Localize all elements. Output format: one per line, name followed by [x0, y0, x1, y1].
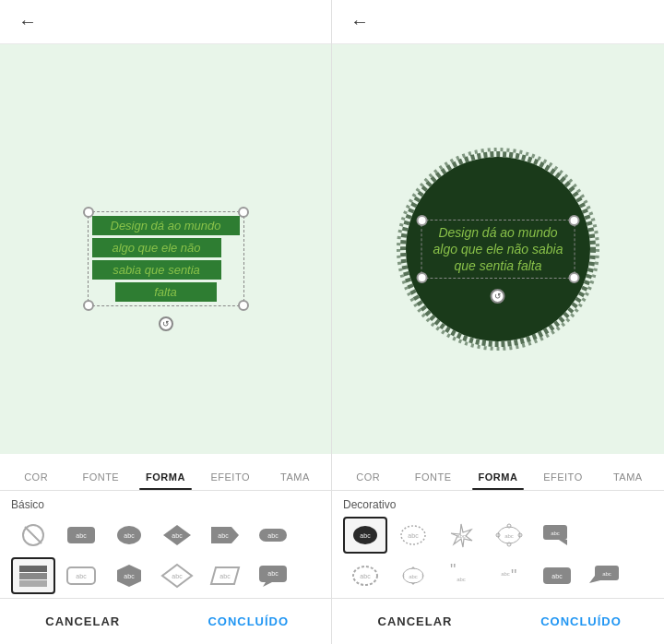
svg-text:abc: abc — [218, 532, 229, 539]
left-cancel-button[interactable]: CANCELAR — [0, 602, 166, 641]
right-handle-bl[interactable] — [417, 272, 428, 283]
right-tab-cor[interactable]: COR — [336, 471, 400, 490]
dec-shape-rounded-dark[interactable]: abc — [535, 557, 579, 594]
svg-text:abc: abc — [409, 574, 418, 579]
handle-bl[interactable] — [83, 300, 94, 311]
dec-shapes-row-1: abc abc abc — [343, 517, 653, 554]
svg-rect-12 — [19, 566, 47, 572]
right-shapes-grid: abc abc abc — [343, 517, 653, 594]
dec-circle-solid-icon: abc — [349, 522, 382, 548]
left-text-element[interactable]: Design dá ao mundo algo que ele não sabi… — [88, 211, 244, 306]
shape-rounded-rect[interactable]: abc — [59, 517, 103, 554]
diamond-icon: abc — [160, 522, 194, 548]
svg-text:abc: abc — [76, 532, 87, 539]
svg-text:abc: abc — [124, 532, 135, 539]
dec-shape-bubble-left[interactable]: abc — [583, 557, 627, 594]
right-back-button[interactable]: ← — [347, 7, 373, 36]
right-tab-forma[interactable]: FORMA — [466, 471, 530, 490]
svg-text:abc: abc — [456, 533, 466, 539]
handle-tr[interactable] — [238, 207, 249, 218]
dec-starburst-icon: abc — [445, 522, 478, 548]
svg-text:abc: abc — [360, 573, 371, 579]
chat-bubble-icon: abc — [256, 563, 290, 589]
shapes-row-2: abc abc abc — [11, 557, 320, 594]
svg-rect-13 — [19, 573, 47, 579]
dec-quote-left-icon: " abc — [445, 563, 478, 589]
dec-shape-quote-left[interactable]: " abc — [439, 557, 483, 594]
left-tab-efeito[interactable]: EFEITO — [198, 471, 263, 490]
stacked-icon — [17, 563, 50, 589]
svg-text:abc: abc — [408, 532, 419, 539]
right-section-label: Decorativo — [343, 498, 653, 511]
shape-outline-rect[interactable]: abc — [59, 557, 103, 594]
left-tab-tama[interactable]: TAMA — [263, 471, 327, 490]
dec-wreath-icon: abc — [492, 522, 526, 548]
left-header: ← — [0, 0, 331, 44]
rounded-rect-icon: abc — [65, 522, 98, 548]
circle-icon: abc — [113, 522, 146, 548]
right-tab-tama[interactable]: TAMA — [596, 471, 660, 490]
left-tab-forma[interactable]: FORMA — [133, 471, 197, 490]
text-line-3: sabia que sentia — [92, 260, 221, 280]
shape-stacked-selected[interactable] — [11, 557, 55, 594]
svg-text:abc: abc — [124, 573, 135, 579]
svg-marker-42 — [559, 540, 567, 545]
svg-rect-14 — [19, 580, 47, 587]
dec-shape-outline-dotted[interactable]: abc — [343, 557, 387, 594]
svg-text:abc: abc — [551, 531, 560, 536]
left-tab-cor[interactable]: COR — [4, 471, 68, 490]
dec-shape-quote-right[interactable]: " abc — [487, 557, 531, 594]
left-shape-section: Básico abc — [0, 491, 331, 598]
right-shape-section: Decorativo abc abc — [332, 491, 664, 598]
dec-shape-starburst[interactable]: abc — [439, 517, 483, 554]
left-back-button[interactable]: ← — [15, 7, 41, 36]
shape-outline-diamond[interactable]: abc — [155, 557, 199, 594]
right-text-element[interactable]: Design dá ao mundo algo que ele não sabi… — [421, 220, 575, 279]
outline-rect-icon: abc — [65, 563, 98, 589]
dec-dotted-circle-icon: abc — [397, 522, 430, 548]
svg-text:": " — [450, 563, 456, 579]
svg-text:abc: abc — [360, 532, 371, 539]
left-done-button[interactable]: CONCLUÍDO — [166, 602, 332, 641]
shape-arrow[interactable]: abc — [203, 517, 247, 554]
right-text-line-1: Design dá ao mundo — [426, 224, 571, 241]
dec-shape-circle-solid[interactable]: abc — [343, 517, 387, 554]
rotate-handle-right[interactable] — [491, 289, 505, 304]
right-tab-efeito[interactable]: EFEITO — [530, 471, 595, 490]
dec-shape-wreath[interactable]: abc — [487, 517, 531, 554]
shape-circle[interactable]: abc — [107, 517, 151, 554]
shape-none[interactable] — [11, 517, 55, 554]
svg-text:abc: abc — [219, 573, 231, 579]
right-canvas-bg: Design dá ao mundo algo que ele não sabi… — [369, 101, 627, 397]
dec-shape-ornate-wreath[interactable]: abc — [391, 557, 435, 594]
shape-pill[interactable]: abc — [251, 517, 295, 554]
shape-chat-bubble[interactable]: abc — [251, 557, 295, 594]
rotate-handle-left[interactable] — [159, 316, 173, 331]
text-line-4: falta — [115, 282, 217, 302]
shape-parallelogram[interactable]: abc — [203, 557, 247, 594]
svg-text:abc: abc — [172, 532, 183, 539]
dec-shape-bubble-right[interactable]: abc — [535, 517, 579, 554]
right-text-line-3: que sentia falta — [426, 257, 571, 274]
left-canvas-bg: Design dá ao mundo algo que ele não sabi… — [37, 101, 295, 397]
left-tab-fonte[interactable]: FONTE — [68, 471, 133, 490]
left-tabs-bar: COR FONTE FORMA EFEITO TAMA — [0, 454, 331, 491]
handle-tl[interactable] — [83, 207, 94, 218]
right-handle-tr[interactable] — [568, 215, 579, 226]
dec-shape-dotted-circle[interactable]: abc — [391, 517, 435, 554]
right-handle-tl[interactable] — [417, 215, 428, 226]
shape-hexagon[interactable]: abc — [107, 557, 151, 594]
right-tab-fonte[interactable]: FONTE — [400, 471, 465, 490]
dec-bubble-right-icon: abc — [540, 522, 574, 548]
right-cancel-button[interactable]: CANCELAR — [332, 602, 498, 641]
outline-diamond-icon: abc — [160, 563, 194, 589]
shapes-row-1: abc abc abc — [11, 517, 320, 554]
svg-text:abc: abc — [602, 571, 611, 577]
right-action-bar: CANCELAR CONCLUÍDO — [332, 598, 664, 644]
svg-text:abc: abc — [551, 573, 563, 579]
right-handle-br[interactable] — [568, 272, 579, 283]
svg-text:abc: abc — [267, 532, 279, 539]
handle-br[interactable] — [238, 300, 249, 311]
right-done-button[interactable]: CONCLUÍDO — [498, 602, 664, 641]
shape-diamond[interactable]: abc — [155, 517, 199, 554]
